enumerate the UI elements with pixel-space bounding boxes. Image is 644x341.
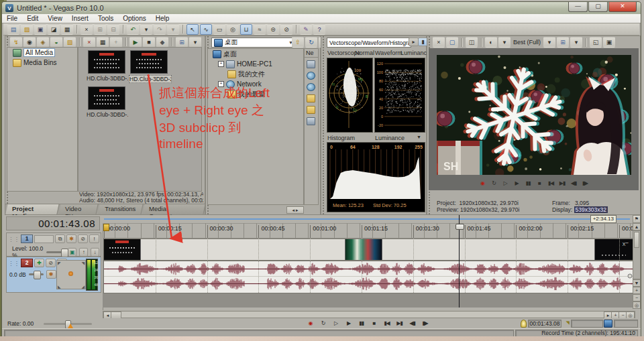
previous-frame-button[interactable]: ◀▮	[569, 180, 579, 188]
external-monitor-icon[interactable]: ▢	[446, 37, 458, 48]
transport-timecode-field[interactable]: 00:01:43.08	[528, 320, 561, 328]
audio-track-header[interactable]: ⋮⋮ 2 ✚ ⊘ ! 0.0 dB ✱ ▾ ◤ ◥ ◣ ◢ 12243648	[6, 257, 101, 293]
envelope-edit-tool-icon[interactable]: ∿	[200, 24, 212, 35]
title-bar[interactable]: V Untitled * - Vegas Pro 10.0 — ▢ ✕	[2, 2, 641, 14]
explorer-address-combo[interactable]: 桌面 ▼	[211, 38, 296, 48]
media-clip-thumbnail[interactable]	[130, 50, 168, 74]
video-track-header[interactable]: ⋮⋮ 1 ⧉ ✱ ⊘ ! Level: 100.0 % ▣ ↑ ↓	[6, 232, 101, 257]
play-from-start-button[interactable]: ▷	[331, 320, 341, 328]
preview-quality-icon[interactable]: ◐	[485, 37, 497, 48]
preview-quality-label[interactable]: Best (Full)	[512, 39, 542, 46]
pause-button[interactable]: ▮▮	[523, 180, 533, 188]
track-fx-icon[interactable]: ✱	[46, 270, 56, 279]
explorer-item[interactable]: 我的最愛	[208, 89, 303, 99]
get-media-from-web-icon[interactable]: ◒	[50, 37, 62, 48]
close-button[interactable]: ✕	[608, 2, 637, 12]
media-clip-caption[interactable]: HD.Club-3DBD-...	[87, 111, 128, 118]
menu-file[interactable]: File	[2, 15, 22, 22]
undo-icon[interactable]: ↶	[127, 24, 139, 35]
track-zoom-tool-button[interactable]: ◎	[633, 301, 641, 309]
normal-edit-tool-icon[interactable]: ↖	[186, 24, 199, 35]
project-properties-icon[interactable]: ▦	[61, 24, 73, 35]
waveform-mode-label[interactable]: Luminance	[400, 50, 430, 56]
split-screen-icon[interactable]: ◫	[466, 37, 478, 48]
pause-button[interactable]: ▮▮	[356, 320, 366, 328]
auto-ripple-icon[interactable]: ≈	[254, 24, 266, 35]
overlays-dropdown-icon[interactable]: ▾	[570, 37, 582, 48]
redo-icon[interactable]: ↷	[154, 24, 166, 35]
timeline-vscrollbar[interactable]	[633, 230, 641, 279]
go-to-end-button[interactable]: ▶▮	[394, 320, 405, 328]
explorer-hscroll[interactable]: ◂ ▸	[286, 206, 304, 214]
copy-snapshot-icon[interactable]: ◱	[590, 37, 602, 48]
new-bin-icon[interactable]: ▨	[64, 37, 76, 48]
media-fx-icon[interactable]: +	[110, 37, 122, 48]
record-button[interactable]: ◉	[478, 180, 488, 188]
network-place-icon[interactable]	[307, 83, 315, 91]
tab-media-generators[interactable]: Media Generators	[143, 204, 206, 214]
vectorscope-mode-label[interactable]: Normal	[355, 50, 374, 56]
column-header[interactable]: Ne	[305, 49, 318, 58]
gain-slider[interactable]	[29, 273, 44, 275]
media-clip-caption[interactable]: HD.Club-3DBD-2...	[129, 75, 172, 83]
media-clip-thumbnail[interactable]	[88, 50, 125, 74]
make-child-icon[interactable]: ↓	[91, 248, 99, 257]
minimize-button[interactable]: —	[568, 2, 588, 12]
maximize-button[interactable]: ▢	[588, 2, 608, 12]
close-dock-icon[interactable]: ×	[433, 37, 445, 48]
copy-icon[interactable]: ⊞	[94, 24, 106, 35]
menu-help[interactable]: Help	[151, 15, 174, 22]
new-project-icon[interactable]: ▤	[7, 24, 19, 35]
scope-settings-icon[interactable]: ▸	[409, 38, 419, 46]
next-frame-button[interactable]: ▮▶	[580, 180, 590, 188]
render-as-icon[interactable]: ◪	[48, 24, 60, 35]
open-icon[interactable]: ▨	[21, 24, 33, 35]
timeline-hscrollbar[interactable]: ◂ ▸ + − ◎	[103, 311, 635, 318]
pan-control[interactable]: ◤ ◥ ◣ ◢	[56, 260, 86, 289]
level-slider[interactable]	[46, 251, 65, 253]
vscroll-thumb[interactable]	[634, 232, 639, 248]
redo-dropdown-icon[interactable]: ▾	[167, 24, 179, 35]
previous-frame-button[interactable]: ◀▮	[407, 320, 417, 328]
media-properties-icon[interactable]: ▦	[97, 37, 109, 48]
menu-options[interactable]: Options	[118, 15, 150, 22]
camera-icon[interactable]	[307, 117, 315, 125]
menu-tools[interactable]: Tools	[93, 15, 118, 22]
media-clip-caption[interactable]: HD.Club-3DBD-...	[87, 75, 128, 82]
paste-icon[interactable]: ⊟	[107, 24, 119, 35]
up-one-level-icon[interactable]: ⇧	[292, 37, 304, 48]
track-grip[interactable]: ⋮⋮	[8, 260, 19, 267]
stop-button[interactable]: ■	[535, 180, 545, 188]
track-name-field[interactable]	[34, 235, 54, 243]
mute-icon[interactable]: ⊘	[78, 234, 88, 243]
quality-label-dropdown-icon[interactable]: ▾	[543, 37, 555, 48]
capture-video-icon[interactable]: ◉	[23, 37, 36, 48]
media-clip-thumbnail[interactable]	[88, 86, 125, 110]
go-to-end-button[interactable]: ▶▮	[557, 180, 568, 188]
remove-media-icon[interactable]: ×	[83, 37, 95, 48]
track-fx-icon[interactable]: ✱	[66, 234, 76, 243]
track-zoom-in-button[interactable]: +	[633, 287, 641, 294]
explorer-item[interactable]: 桌面	[208, 49, 303, 59]
make-parent-icon[interactable]: ↑	[79, 248, 88, 257]
insert-fx-icon[interactable]: ✚	[34, 259, 44, 267]
dock-grip[interactable]	[321, 36, 325, 214]
import-media-icon[interactable]: ↯	[10, 37, 22, 48]
playhead-handle[interactable]	[455, 224, 464, 230]
undo-dropdown-icon[interactable]: ▾	[140, 24, 152, 35]
lock-envelopes-icon[interactable]: ⊜	[267, 24, 279, 35]
loop-playback-button[interactable]: ↻	[318, 320, 328, 328]
refresh-icon[interactable]: ↻	[305, 37, 317, 48]
computer-icon[interactable]	[307, 60, 315, 68]
audio-event[interactable]	[103, 261, 635, 293]
tab-transitions[interactable]: Transitions	[97, 204, 143, 214]
cut-icon[interactable]: ×	[80, 24, 93, 35]
tab-video-fx[interactable]: Video FX	[59, 204, 99, 214]
explorer-item[interactable]: 我的文件	[208, 69, 303, 79]
tree-expander-icon[interactable]: +	[218, 61, 224, 67]
play-button[interactable]: ▶	[343, 320, 354, 328]
folder-icon[interactable]	[307, 106, 315, 114]
stop-button[interactable]: ■	[369, 320, 379, 328]
media-tree-item[interactable]: All Media	[7, 48, 77, 58]
enable-snapping-icon[interactable]: ⊔	[240, 24, 252, 35]
